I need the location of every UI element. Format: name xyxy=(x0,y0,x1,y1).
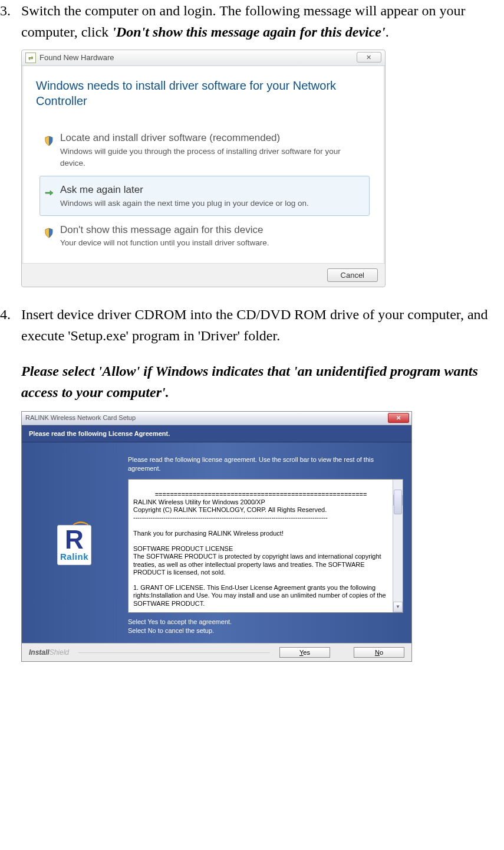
close-icon[interactable]: ✕ xyxy=(357,52,381,63)
found-new-hardware-dialog: ⇄ Found New Hardware ✕ Windows needs to … xyxy=(21,50,386,287)
cancel-button[interactable]: Cancel xyxy=(327,268,378,282)
dialog-titlebar: ⇄ Found New Hardware ✕ xyxy=(22,50,385,66)
step-number: 3. xyxy=(0,0,11,21)
shield-icon xyxy=(44,131,54,142)
is-intro: Please read the following license agreem… xyxy=(128,455,403,473)
arrow-right-icon xyxy=(44,183,54,193)
step3-text: Switch the computer on and login. The fo… xyxy=(21,3,465,40)
option-ask-later[interactable]: Ask me again later Windows will ask agai… xyxy=(39,176,370,216)
option-desc: Windows will guide you through the proce… xyxy=(60,146,364,170)
dialog-body: Windows needs to install driver software… xyxy=(22,66,385,263)
is-right-panel: Please read the following license agreem… xyxy=(128,455,403,635)
is-titlebar: RALINK Wireless Network Card Setup ✕ xyxy=(22,412,411,425)
installshield-brand: InstallShield xyxy=(29,647,69,658)
scroll-thumb[interactable] xyxy=(394,490,402,514)
close-icon[interactable]: ✕ xyxy=(388,413,409,423)
step4-p1: Insert device driver CDROM into the CD/D… xyxy=(21,307,488,343)
option-desc: Windows will ask again the next time you… xyxy=(60,198,364,209)
doc-step-3: 3. Switch the computer on and login. The… xyxy=(0,0,504,287)
is-logo-panel: R⌒ Ralink xyxy=(30,455,118,635)
ralink-logo: R⌒ Ralink xyxy=(57,525,91,565)
dialog-footer: Cancel xyxy=(22,263,385,287)
option-title: Ask me again later xyxy=(60,182,364,198)
dialog-heading: Windows needs to install driver software… xyxy=(36,78,373,109)
scrollbar[interactable]: ▲ ▼ xyxy=(393,480,403,612)
yes-button[interactable]: Yes xyxy=(279,647,330,658)
option-dont-show[interactable]: Don't show this message again for this d… xyxy=(39,216,370,256)
is-title: RALINK Wireless Network Card Setup xyxy=(25,413,136,423)
no-button[interactable]: No xyxy=(354,647,404,658)
doc-step-4: 4. Insert device driver CDROM into the C… xyxy=(0,304,504,662)
shield-icon xyxy=(44,223,54,234)
step4-p2: Please select 'Allow' if Windows indicat… xyxy=(21,363,478,400)
hardware-icon: ⇄ xyxy=(25,52,36,63)
is-footer: InstallShield Yes No xyxy=(22,643,411,661)
option-title: Locate and install driver software (reco… xyxy=(60,130,364,146)
option-title: Don't show this message again for this d… xyxy=(60,222,364,238)
license-text: ========================================… xyxy=(133,491,397,613)
license-textbox: ========================================… xyxy=(128,479,403,613)
step-number: 4. xyxy=(0,304,11,325)
ralink-setup-dialog: RALINK Wireless Network Card Setup ✕ Ple… xyxy=(21,411,412,662)
dialog-title: Found New Hardware xyxy=(39,52,114,64)
option-locate-install[interactable]: Locate and install driver software (reco… xyxy=(39,124,370,176)
is-body: R⌒ Ralink Please read the following lice… xyxy=(22,442,411,643)
option-desc: Your device will not function until you … xyxy=(60,237,364,249)
footer-divider xyxy=(78,652,270,653)
is-accept-text: Select Yes to accept the agreement. Sele… xyxy=(128,618,403,635)
scroll-down-icon[interactable]: ▼ xyxy=(393,602,403,612)
is-header: Please read the following License Agreem… xyxy=(22,425,411,443)
